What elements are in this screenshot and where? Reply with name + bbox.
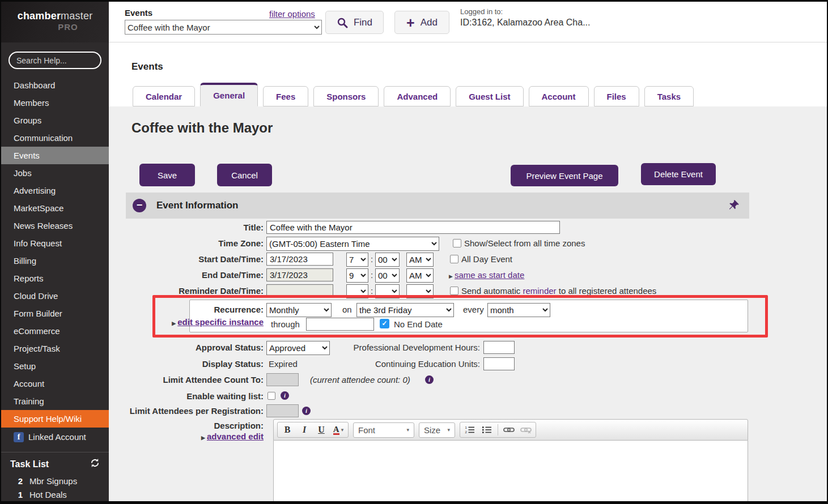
title-input[interactable] [266, 221, 560, 234]
end-ampm-select[interactable]: AM [406, 268, 434, 283]
text-color-button[interactable]: A▾ [330, 423, 347, 437]
task-item-mbr-signups[interactable]: 2 Mbr Signups [10, 475, 100, 488]
numbered-list-icon[interactable]: 12 [461, 423, 478, 437]
info-icon[interactable]: i [281, 391, 289, 400]
ceu-input[interactable] [483, 357, 515, 370]
info-icon[interactable]: i [302, 407, 311, 415]
filter-options-link[interactable]: filter options [269, 9, 315, 19]
tab-fees[interactable]: Fees [263, 86, 308, 106]
find-label: Find [354, 17, 372, 28]
start-minute-select[interactable]: 00 [375, 253, 400, 267]
tab-account[interactable]: Account [529, 86, 589, 106]
reminder-link[interactable]: reminder [523, 286, 556, 296]
limit-per-registration-input[interactable] [266, 404, 299, 417]
sidebar-item-cloud-drive[interactable]: Cloud Drive [1, 287, 109, 305]
collapse-icon[interactable]: − [133, 199, 146, 212]
sidebar-item-members[interactable]: Members [1, 94, 109, 112]
auto-reminder-checkbox[interactable] [450, 287, 458, 295]
tab-general[interactable]: General [200, 83, 258, 106]
start-ampm-select[interactable]: AM [406, 253, 434, 267]
logged-in-label: Logged in to: [460, 7, 590, 16]
sidebar-item-jobs[interactable]: Jobs [1, 164, 109, 182]
waiting-list-checkbox[interactable] [267, 392, 275, 400]
sidebar-item-advertising[interactable]: Advertising [1, 182, 109, 199]
sidebar-item-marketspace[interactable]: MarketSpace [1, 199, 109, 217]
advanced-edit-link[interactable]: ▶advanced edit [109, 432, 264, 441]
end-label: End Date/Time: [109, 270, 264, 280]
end-minute-select[interactable]: 00 [375, 268, 400, 283]
timezone-row: Time Zone: (GMT-05:00) Eastern Time Show… [109, 237, 828, 252]
reminder-row: Reminder Date/Time: : Send automatic rem… [109, 284, 828, 300]
sidebar-item-reports[interactable]: Reports [1, 270, 109, 287]
tab-sponsors[interactable]: Sponsors [313, 86, 379, 106]
help-search-box [9, 52, 101, 69]
unlink-icon[interactable] [517, 423, 534, 437]
reminder-hour-select[interactable] [346, 284, 368, 298]
through-date-input[interactable] [306, 318, 374, 331]
tab-calendar[interactable]: Calendar [133, 86, 195, 106]
delete-event-button[interactable]: Delete Event [641, 163, 716, 185]
sidebar-item-linked-account[interactable]: f Linked Account [1, 428, 109, 446]
tab-files[interactable]: Files [594, 86, 639, 106]
refresh-icon[interactable] [90, 458, 100, 470]
sidebar-item-news-releases[interactable]: News Releases [1, 217, 109, 234]
preview-event-page-button[interactable]: Preview Event Page [511, 165, 618, 186]
limit-attendee-count-input[interactable] [266, 373, 299, 386]
same-as-start-date-link[interactable]: ▶same as start date [449, 270, 524, 280]
sidebar-item-setup[interactable]: Setup [1, 357, 109, 375]
no-end-date-checkbox[interactable]: ✓ [380, 319, 389, 328]
tab-guest-list[interactable]: Guest List [456, 86, 523, 106]
start-date-input[interactable] [266, 253, 333, 266]
find-button[interactable]: Find [325, 11, 384, 34]
bold-button[interactable]: B [279, 423, 296, 437]
logo-bold: chamber [18, 10, 61, 22]
task-item-hot-deals[interactable]: 1 Hot Deals [10, 488, 100, 502]
link-icon[interactable] [500, 423, 517, 437]
sidebar-item-communication[interactable]: Communication [1, 129, 109, 147]
sidebar-item-training[interactable]: Training [1, 392, 109, 410]
reminder-date-input[interactable] [266, 284, 333, 297]
page-header: Events Calendar General Fees Sponsors Ad… [109, 42, 828, 106]
bullet-list-icon[interactable] [478, 423, 495, 437]
sidebar-item-form-builder[interactable]: Form Builder [1, 305, 109, 322]
tab-tasks[interactable]: Tasks [644, 86, 694, 106]
cancel-button[interactable]: Cancel [217, 164, 272, 186]
pdh-input[interactable] [483, 341, 515, 354]
time-separator: : [371, 270, 373, 280]
sidebar-item-dashboard[interactable]: Dashboard [1, 76, 109, 94]
reminder-ampm-select[interactable] [406, 284, 434, 298]
end-date-input[interactable] [266, 268, 333, 281]
sidebar-item-events[interactable]: Events [1, 147, 109, 164]
sidebar-item-groups[interactable]: Groups [1, 112, 109, 129]
add-button[interactable]: + Add [394, 11, 449, 34]
italic-button[interactable]: I [296, 423, 313, 437]
sidebar-item-billing[interactable]: Billing [1, 252, 109, 270]
font-dropdown[interactable]: Font ▾ [353, 422, 414, 438]
time-separator: : [371, 254, 373, 264]
approval-status-select[interactable]: Approved [266, 341, 330, 355]
tab-advanced[interactable]: Advanced [384, 86, 451, 106]
same-as-start-date-label[interactable]: same as start date [455, 270, 524, 280]
info-icon[interactable]: i [425, 375, 434, 384]
description-editor: B I U A▾ Font ▾ Size ▾ 12 [273, 419, 748, 503]
pin-icon[interactable] [728, 199, 740, 213]
sidebar-item-info-request[interactable]: Info Request [1, 234, 109, 252]
all-timezones-checkbox[interactable] [453, 239, 461, 247]
underline-button[interactable]: U [313, 423, 330, 437]
task-count: 2 [17, 475, 23, 488]
save-button[interactable]: Save [139, 164, 195, 186]
start-hour-select[interactable]: 7 [346, 253, 368, 267]
timezone-select[interactable]: (GMT-05:00) Eastern Time [266, 237, 439, 251]
size-dropdown[interactable]: Size ▾ [419, 422, 455, 438]
reminder-minute-select[interactable] [375, 284, 400, 298]
sidebar-item-ecommerce[interactable]: eCommerce [1, 322, 109, 340]
all-day-event-checkbox[interactable] [450, 255, 458, 263]
sidebar-item-project-task[interactable]: Project/Task [1, 340, 109, 357]
sidebar-item-support-help[interactable]: Support Help/Wiki [1, 410, 109, 428]
event-selector[interactable]: Coffee with the Mayor [125, 20, 322, 35]
sidebar-item-account[interactable]: Account [1, 375, 109, 392]
limit-attendee-count-row: Limit Attendee Count To: (current attend… [109, 373, 828, 388]
end-hour-select[interactable]: 9 [346, 268, 368, 283]
description-textarea[interactable] [273, 441, 748, 503]
help-search-input[interactable] [16, 56, 94, 65]
